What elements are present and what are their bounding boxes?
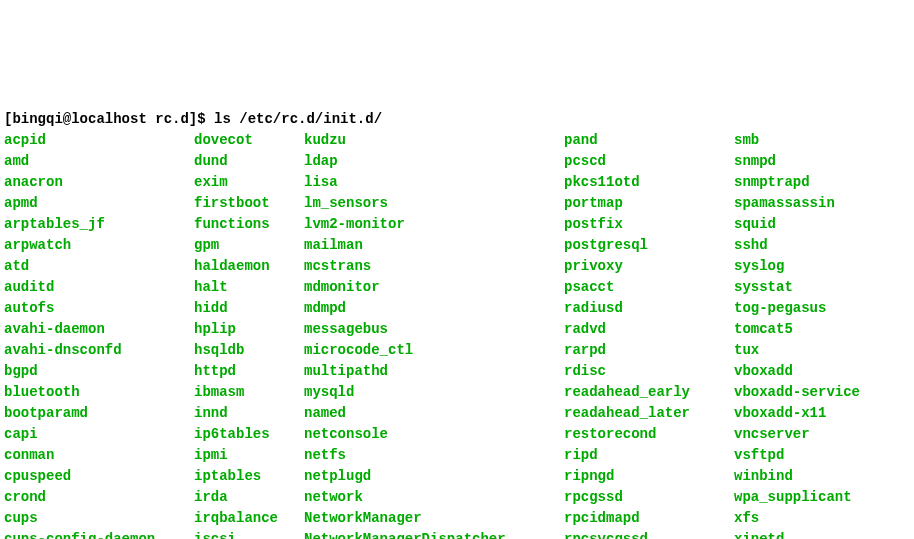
file-entry: lisa [304, 172, 564, 193]
file-entry: avahi-daemon [4, 319, 194, 340]
file-entry: irda [194, 487, 304, 508]
file-entry: network [304, 487, 564, 508]
file-entry: apmd [4, 193, 194, 214]
file-entry: crond [4, 487, 194, 508]
prompt-user-host: [bingqi@localhost rc.d]$ [4, 111, 206, 127]
file-entry: tog-pegasus [734, 298, 860, 319]
file-entry: rpcgssd [564, 487, 734, 508]
file-entry: firstboot [194, 193, 304, 214]
file-entry: vncserver [734, 424, 860, 445]
file-entry: hidd [194, 298, 304, 319]
file-entry: wpa_supplicant [734, 487, 860, 508]
file-entry: arptables_jf [4, 214, 194, 235]
file-entry: dund [194, 151, 304, 172]
file-entry: portmap [564, 193, 734, 214]
file-entry: snmptrapd [734, 172, 860, 193]
file-entry: NetworkManager [304, 508, 564, 529]
file-entry: ibmasm [194, 382, 304, 403]
file-entry: radvd [564, 319, 734, 340]
file-entry: halt [194, 277, 304, 298]
file-entry: pcscd [564, 151, 734, 172]
file-entry: ip6tables [194, 424, 304, 445]
file-entry: autofs [4, 298, 194, 319]
file-entry: hsqldb [194, 340, 304, 361]
terminal-output: [bingqi@localhost rc.d]$ ls /etc/rc.d/in… [4, 88, 910, 539]
file-entry: irqbalance [194, 508, 304, 529]
file-entry: iptables [194, 466, 304, 487]
file-entry: NetworkManagerDispatcher [304, 529, 564, 539]
file-entry: tux [734, 340, 860, 361]
file-entry: hplip [194, 319, 304, 340]
file-entry: capi [4, 424, 194, 445]
file-entry: vboxadd-service [734, 382, 860, 403]
file-entry: spamassassin [734, 193, 860, 214]
file-entry: mysqld [304, 382, 564, 403]
file-entry: named [304, 403, 564, 424]
file-entry: kudzu [304, 130, 564, 151]
file-entry: vsftpd [734, 445, 860, 466]
file-entry: rdisc [564, 361, 734, 382]
file-entry: squid [734, 214, 860, 235]
file-entry: lm_sensors [304, 193, 564, 214]
file-entry: iscsi [194, 529, 304, 539]
file-entry: sysstat [734, 277, 860, 298]
file-entry: rarpd [564, 340, 734, 361]
file-entry: rpcsvcgssd [564, 529, 734, 539]
file-entry: ldap [304, 151, 564, 172]
file-entry: tomcat5 [734, 319, 860, 340]
file-entry: psacct [564, 277, 734, 298]
file-entry: cpuspeed [4, 466, 194, 487]
file-entry: gpm [194, 235, 304, 256]
file-entry: ipmi [194, 445, 304, 466]
file-entry: sshd [734, 235, 860, 256]
file-entry: readahead_later [564, 403, 734, 424]
file-entry: messagebus [304, 319, 564, 340]
file-entry: lvm2-monitor [304, 214, 564, 235]
file-entry: winbind [734, 466, 860, 487]
file-entry: cups-config-daemon [4, 529, 194, 539]
file-entry: auditd [4, 277, 194, 298]
file-entry: conman [4, 445, 194, 466]
file-entry: cups [4, 508, 194, 529]
file-entry: dovecot [194, 130, 304, 151]
file-entry: xinetd [734, 529, 860, 539]
file-entry: arpwatch [4, 235, 194, 256]
file-entry: vboxadd [734, 361, 860, 382]
file-entry: mailman [304, 235, 564, 256]
file-entry: innd [194, 403, 304, 424]
file-entry: postfix [564, 214, 734, 235]
file-entry: avahi-dnsconfd [4, 340, 194, 361]
file-entry: ripd [564, 445, 734, 466]
file-entry: vboxadd-x11 [734, 403, 860, 424]
ls-column-5: smbsnmpdsnmptrapdspamassassinsquidsshdsy… [734, 130, 860, 539]
prompt-command: ls /etc/rc.d/init.d/ [214, 111, 382, 127]
file-entry: ripngd [564, 466, 734, 487]
file-entry: snmpd [734, 151, 860, 172]
ls-column-2: dovecotdundeximfirstbootfunctionsgpmhald… [194, 130, 304, 539]
file-entry: netplugd [304, 466, 564, 487]
file-entry: privoxy [564, 256, 734, 277]
file-entry: exim [194, 172, 304, 193]
file-entry: anacron [4, 172, 194, 193]
file-entry: httpd [194, 361, 304, 382]
file-entry: netfs [304, 445, 564, 466]
file-entry: readahead_early [564, 382, 734, 403]
file-entry: smb [734, 130, 860, 151]
file-entry: microcode_ctl [304, 340, 564, 361]
file-entry: mdmpd [304, 298, 564, 319]
file-entry: netconsole [304, 424, 564, 445]
file-entry: xfs [734, 508, 860, 529]
file-entry: mdmonitor [304, 277, 564, 298]
file-entry: rpcidmapd [564, 508, 734, 529]
ls-column-4: pandpcscdpkcs11otdportmappostfixpostgres… [564, 130, 734, 539]
file-entry: acpid [4, 130, 194, 151]
ls-column-3: kudzuldaplisalm_sensorslvm2-monitormailm… [304, 130, 564, 539]
file-entry: pand [564, 130, 734, 151]
file-entry: bootparamd [4, 403, 194, 424]
ls-output: acpidamdanacronapmdarptables_jfarpwatcha… [4, 130, 910, 539]
file-entry: multipathd [304, 361, 564, 382]
file-entry: mcstrans [304, 256, 564, 277]
file-entry: atd [4, 256, 194, 277]
file-entry: bluetooth [4, 382, 194, 403]
file-entry: radiusd [564, 298, 734, 319]
